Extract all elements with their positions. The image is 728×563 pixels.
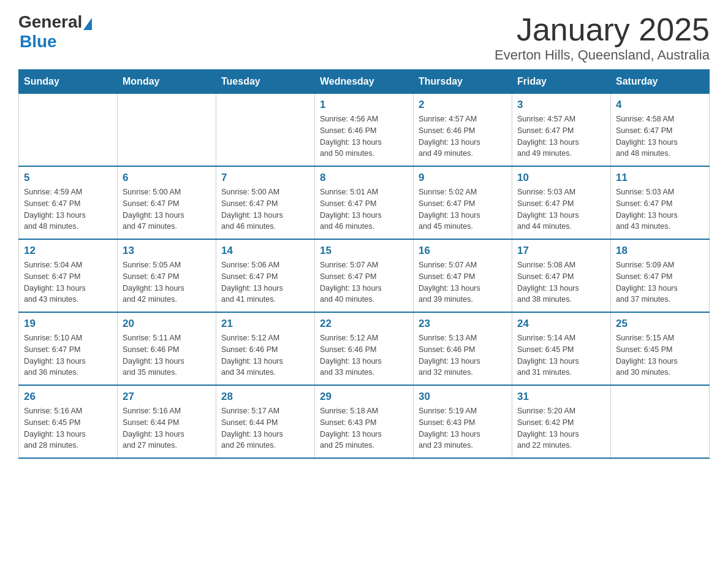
day-number: 14: [221, 245, 309, 257]
day-number: 5: [24, 172, 112, 184]
page-subtitle: Everton Hills, Queensland, Australia: [495, 47, 710, 63]
day-info: Sunrise: 5:01 AM Sunset: 6:47 PM Dayligh…: [320, 186, 408, 232]
day-number: 1: [320, 99, 408, 111]
day-number: 19: [24, 318, 112, 330]
day-info: Sunrise: 5:03 AM Sunset: 6:47 PM Dayligh…: [517, 186, 605, 232]
day-info: Sunrise: 5:05 AM Sunset: 6:47 PM Dayligh…: [123, 259, 211, 305]
day-info: Sunrise: 4:56 AM Sunset: 6:46 PM Dayligh…: [320, 113, 408, 159]
calendar-cell: 16Sunrise: 5:07 AM Sunset: 6:47 PM Dayli…: [414, 239, 512, 312]
day-number: 18: [616, 245, 704, 257]
calendar-cell: [118, 94, 216, 167]
day-number: 2: [419, 99, 507, 111]
day-number: 11: [616, 172, 704, 184]
day-number: 6: [123, 172, 211, 184]
day-number: 25: [616, 318, 704, 330]
calendar-header-sunday: Sunday: [19, 70, 118, 94]
day-number: 7: [221, 172, 309, 184]
calendar-cell: 13Sunrise: 5:05 AM Sunset: 6:47 PM Dayli…: [118, 239, 216, 312]
calendar-cell: [19, 94, 118, 167]
logo-blue-text: Blue: [20, 32, 92, 52]
day-info: Sunrise: 5:16 AM Sunset: 6:44 PM Dayligh…: [123, 405, 211, 451]
calendar-header-friday: Friday: [512, 70, 611, 94]
day-number: 15: [320, 245, 408, 257]
calendar-cell: 7Sunrise: 5:00 AM Sunset: 6:47 PM Daylig…: [216, 166, 315, 239]
day-number: 9: [419, 172, 507, 184]
calendar-header-row: SundayMondayTuesdayWednesdayThursdayFrid…: [19, 70, 710, 94]
calendar-cell: 1Sunrise: 4:56 AM Sunset: 6:46 PM Daylig…: [315, 94, 414, 167]
calendar-cell: 12Sunrise: 5:04 AM Sunset: 6:47 PM Dayli…: [19, 239, 118, 312]
day-number: 13: [123, 245, 211, 257]
day-number: 4: [616, 99, 704, 111]
day-number: 23: [419, 318, 507, 330]
day-info: Sunrise: 5:09 AM Sunset: 6:47 PM Dayligh…: [616, 259, 704, 305]
day-info: Sunrise: 5:18 AM Sunset: 6:43 PM Dayligh…: [320, 405, 408, 451]
calendar-cell: 15Sunrise: 5:07 AM Sunset: 6:47 PM Dayli…: [315, 239, 414, 312]
calendar-week-2: 5Sunrise: 4:59 AM Sunset: 6:47 PM Daylig…: [19, 166, 710, 239]
calendar-header-tuesday: Tuesday: [216, 70, 315, 94]
calendar-cell: [216, 94, 315, 167]
calendar-cell: 3Sunrise: 4:57 AM Sunset: 6:47 PM Daylig…: [512, 94, 611, 167]
calendar-cell: 21Sunrise: 5:12 AM Sunset: 6:46 PM Dayli…: [216, 312, 315, 385]
day-info: Sunrise: 5:16 AM Sunset: 6:45 PM Dayligh…: [24, 405, 112, 451]
day-info: Sunrise: 5:02 AM Sunset: 6:47 PM Dayligh…: [419, 186, 507, 232]
calendar-cell: 31Sunrise: 5:20 AM Sunset: 6:42 PM Dayli…: [512, 385, 611, 458]
calendar-header-saturday: Saturday: [611, 70, 710, 94]
calendar-week-3: 12Sunrise: 5:04 AM Sunset: 6:47 PM Dayli…: [19, 239, 710, 312]
day-info: Sunrise: 5:04 AM Sunset: 6:47 PM Dayligh…: [24, 259, 112, 305]
day-info: Sunrise: 5:20 AM Sunset: 6:42 PM Dayligh…: [517, 405, 605, 451]
calendar-table: SundayMondayTuesdayWednesdayThursdayFrid…: [18, 69, 710, 459]
day-number: 27: [123, 391, 211, 403]
day-number: 30: [419, 391, 507, 403]
calendar-week-1: 1Sunrise: 4:56 AM Sunset: 6:46 PM Daylig…: [19, 94, 710, 167]
calendar-cell: [611, 385, 710, 458]
calendar-week-4: 19Sunrise: 5:10 AM Sunset: 6:47 PM Dayli…: [19, 312, 710, 385]
day-info: Sunrise: 4:58 AM Sunset: 6:47 PM Dayligh…: [616, 113, 704, 159]
day-info: Sunrise: 5:00 AM Sunset: 6:47 PM Dayligh…: [221, 186, 309, 232]
day-info: Sunrise: 5:00 AM Sunset: 6:47 PM Dayligh…: [123, 186, 211, 232]
day-number: 12: [24, 245, 112, 257]
day-number: 28: [221, 391, 309, 403]
calendar-cell: 9Sunrise: 5:02 AM Sunset: 6:47 PM Daylig…: [414, 166, 512, 239]
day-number: 31: [517, 391, 605, 403]
day-number: 29: [320, 391, 408, 403]
day-info: Sunrise: 5:12 AM Sunset: 6:46 PM Dayligh…: [320, 332, 408, 378]
day-info: Sunrise: 5:07 AM Sunset: 6:47 PM Dayligh…: [419, 259, 507, 305]
title-block: January 2025 Everton Hills, Queensland, …: [495, 12, 710, 63]
calendar-cell: 11Sunrise: 5:03 AM Sunset: 6:47 PM Dayli…: [611, 166, 710, 239]
day-number: 8: [320, 172, 408, 184]
calendar-cell: 4Sunrise: 4:58 AM Sunset: 6:47 PM Daylig…: [611, 94, 710, 167]
logo: General Blue: [18, 12, 92, 52]
day-info: Sunrise: 5:11 AM Sunset: 6:46 PM Dayligh…: [123, 332, 211, 378]
calendar-week-5: 26Sunrise: 5:16 AM Sunset: 6:45 PM Dayli…: [19, 385, 710, 458]
calendar-cell: 22Sunrise: 5:12 AM Sunset: 6:46 PM Dayli…: [315, 312, 414, 385]
day-info: Sunrise: 5:10 AM Sunset: 6:47 PM Dayligh…: [24, 332, 112, 378]
day-number: 16: [419, 245, 507, 257]
page-title: January 2025: [495, 12, 710, 47]
day-number: 20: [123, 318, 211, 330]
calendar-header-monday: Monday: [118, 70, 216, 94]
day-info: Sunrise: 5:08 AM Sunset: 6:47 PM Dayligh…: [517, 259, 605, 305]
logo-triangle-icon: [83, 18, 92, 30]
day-info: Sunrise: 4:57 AM Sunset: 6:46 PM Dayligh…: [419, 113, 507, 159]
day-number: 3: [517, 99, 605, 111]
day-info: Sunrise: 5:17 AM Sunset: 6:44 PM Dayligh…: [221, 405, 309, 451]
calendar-cell: 10Sunrise: 5:03 AM Sunset: 6:47 PM Dayli…: [512, 166, 611, 239]
calendar-cell: 27Sunrise: 5:16 AM Sunset: 6:44 PM Dayli…: [118, 385, 216, 458]
day-info: Sunrise: 4:57 AM Sunset: 6:47 PM Dayligh…: [517, 113, 605, 159]
day-info: Sunrise: 5:07 AM Sunset: 6:47 PM Dayligh…: [320, 259, 408, 305]
day-info: Sunrise: 4:59 AM Sunset: 6:47 PM Dayligh…: [24, 186, 112, 232]
day-info: Sunrise: 5:12 AM Sunset: 6:46 PM Dayligh…: [221, 332, 309, 378]
day-info: Sunrise: 5:13 AM Sunset: 6:46 PM Dayligh…: [419, 332, 507, 378]
calendar-cell: 19Sunrise: 5:10 AM Sunset: 6:47 PM Dayli…: [19, 312, 118, 385]
calendar-header-thursday: Thursday: [414, 70, 512, 94]
logo-general-text: General: [18, 12, 82, 32]
day-number: 26: [24, 391, 112, 403]
calendar-cell: 29Sunrise: 5:18 AM Sunset: 6:43 PM Dayli…: [315, 385, 414, 458]
calendar-cell: 8Sunrise: 5:01 AM Sunset: 6:47 PM Daylig…: [315, 166, 414, 239]
page-header: General Blue January 2025 Everton Hills,…: [18, 12, 710, 63]
calendar-cell: 23Sunrise: 5:13 AM Sunset: 6:46 PM Dayli…: [414, 312, 512, 385]
day-number: 24: [517, 318, 605, 330]
day-number: 10: [517, 172, 605, 184]
calendar-header-wednesday: Wednesday: [315, 70, 414, 94]
calendar-cell: 30Sunrise: 5:19 AM Sunset: 6:43 PM Dayli…: [414, 385, 512, 458]
